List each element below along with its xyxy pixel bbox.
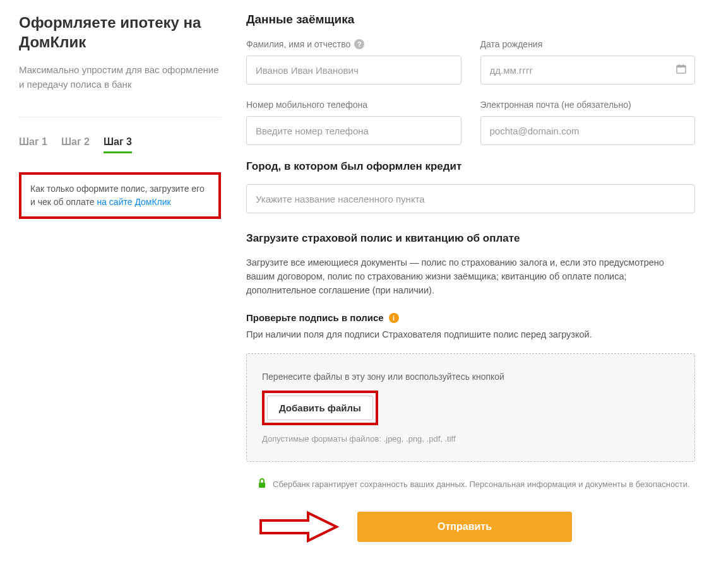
arrow-icon bbox=[258, 509, 340, 544]
phone-input[interactable] bbox=[246, 116, 461, 145]
add-files-button[interactable]: Добавить файлы bbox=[267, 396, 373, 420]
calendar-icon[interactable] bbox=[676, 64, 686, 76]
page-title: Оформляете ипотеку на ДомКлик bbox=[19, 13, 221, 52]
phone-label: Номер мобильного телефона bbox=[246, 100, 461, 110]
dob-input[interactable] bbox=[480, 56, 696, 85]
step-2[interactable]: Шаг 2 bbox=[61, 136, 90, 153]
info-icon[interactable]: i bbox=[389, 313, 399, 323]
email-input[interactable] bbox=[480, 116, 696, 145]
add-files-highlight: Добавить файлы bbox=[262, 391, 378, 425]
notice-box: Как только оформите полис, загрузите его… bbox=[19, 172, 221, 219]
upload-heading: Загрузите страховой полис и квитанцию об… bbox=[246, 232, 695, 245]
upload-desc: Загрузите все имеющиеся документы — поли… bbox=[246, 256, 695, 297]
security-note: Сбербанк гарантирует сохранность ваших д… bbox=[246, 478, 695, 490]
svg-rect-1 bbox=[677, 66, 686, 68]
dob-label: Дата рождения bbox=[480, 39, 696, 49]
city-input[interactable] bbox=[246, 184, 695, 213]
svg-rect-4 bbox=[259, 483, 265, 488]
sidebar: Оформляете ипотеку на ДомКлик Максимальн… bbox=[6, 13, 246, 575]
notice-link[interactable]: на сайте ДомКлик bbox=[97, 197, 170, 207]
page-subtitle: Максимально упростим для вас оформление … bbox=[19, 63, 221, 91]
main-form: Данные заёмщика Фамилия, имя и отчество … bbox=[246, 13, 708, 575]
step-3[interactable]: Шаг 3 bbox=[104, 136, 132, 153]
file-dropzone[interactable]: Перенесите файлы в эту зону или воспольз… bbox=[246, 353, 695, 462]
email-label: Электронная почта (не обязательно) bbox=[480, 100, 696, 110]
dropzone-text: Перенесите файлы в эту зону или воспольз… bbox=[262, 372, 679, 382]
borrower-heading: Данные заёмщика bbox=[246, 13, 695, 26]
lock-icon bbox=[258, 478, 266, 490]
fullname-label: Фамилия, имя и отчество ? bbox=[246, 39, 461, 49]
check-sign-label: Проверьте подпись в полисе i bbox=[246, 312, 695, 323]
submit-button[interactable]: Отправить bbox=[357, 512, 572, 542]
city-heading: Город, в котором был оформлен кредит bbox=[246, 160, 695, 173]
help-icon[interactable]: ? bbox=[354, 39, 364, 49]
formats-text: Допустимые форматы файлов: .jpeg, .png, … bbox=[262, 434, 679, 444]
steps-nav: Шаг 1 Шаг 2 Шаг 3 bbox=[19, 117, 221, 153]
svg-rect-3 bbox=[683, 64, 684, 66]
sign-desc: При наличии поля для подписи Страховател… bbox=[246, 329, 695, 339]
step-1[interactable]: Шаг 1 bbox=[19, 136, 47, 153]
svg-rect-2 bbox=[679, 64, 680, 66]
fullname-input[interactable] bbox=[246, 56, 461, 85]
